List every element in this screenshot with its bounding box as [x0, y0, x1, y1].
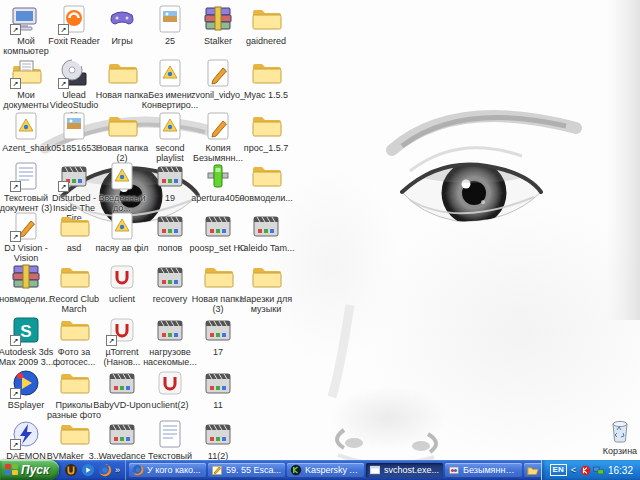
kaspersky-tray-icon[interactable] [580, 465, 591, 476]
divx-file-icon [10, 110, 42, 142]
folder-icon [202, 261, 234, 293]
winrar-icon [202, 3, 234, 35]
task-button[interactable]: Безымянны... [445, 463, 522, 478]
clapper-icon [202, 314, 234, 346]
clapper-icon [154, 261, 186, 293]
desktop-icon[interactable]: 11(2) [194, 418, 242, 461]
desktop-icon[interactable]: Новая папка [98, 57, 146, 100]
desktop-icon[interactable]: 19 [146, 160, 194, 203]
bsplayer-icon: ↗ [10, 367, 42, 399]
desktop-icon[interactable]: Игры [98, 3, 146, 46]
folder-icon [58, 367, 90, 399]
tray-collapse-chevron[interactable]: < [571, 466, 576, 475]
desktop-icon[interactable]: Введенный до... [98, 160, 146, 213]
desktop-icon[interactable]: Azent_shan [2, 110, 50, 153]
desktop-icon[interactable]: Без имениКонвертиро... [146, 57, 194, 110]
desktop-icon[interactable]: 17 [194, 314, 242, 357]
folder-icon [58, 314, 90, 346]
desktop-icon[interactable]: uclient [98, 261, 146, 304]
folder-icon [250, 160, 282, 192]
desktop-icon[interactable]: Kaleido Tam... [242, 210, 290, 253]
desktop-icon[interactable]: gaidnered [242, 3, 290, 46]
task-button[interactable]: svchost.exe... [366, 463, 443, 478]
window-icon [369, 464, 381, 476]
foxit-icon: ↗ [58, 3, 90, 35]
desktop-icon[interactable]: ↗Foxit Reader [50, 3, 98, 46]
desktop-icon[interactable]: Новая папка(2) [98, 110, 146, 163]
windows-flag-icon [5, 464, 18, 476]
desktop-icon[interactable]: recovery [146, 261, 194, 304]
tray-clock: 16:32 [608, 465, 633, 476]
desktop-icon[interactable]: ↗Мойкомпьютер [2, 3, 50, 56]
desktop-icon[interactable]: Корзина [596, 413, 640, 456]
folder-icon [250, 261, 282, 293]
clapper-icon [106, 418, 138, 450]
task-button[interactable]: У кого како... [129, 463, 206, 478]
clapper-icon: ↗ [58, 160, 90, 192]
desktop-icon[interactable]: Stalker [194, 3, 242, 46]
desktop-icon-label: прос_1.5.7 [237, 143, 295, 153]
task-button-label: У кого како... [147, 465, 201, 475]
desktop-icon-label: Myac 1.5.5 [237, 90, 295, 100]
desktop-icon[interactable]: asd [50, 210, 98, 253]
firefox-icon [132, 464, 144, 476]
task-button-label: svchost.exe... [384, 465, 439, 475]
desktop-icon[interactable]: 11 [194, 367, 242, 410]
desktop-icon[interactable]: zvonil_vidyo_ [194, 57, 242, 100]
desktop-icon[interactable]: poosp_set HD [194, 210, 242, 253]
desktop-icon[interactable]: пасяу ав філ [98, 210, 146, 253]
quicklaunch-media-player-icon[interactable] [81, 463, 95, 477]
folder-icon [106, 110, 138, 142]
clapper-icon [202, 367, 234, 399]
desktop-icon[interactable]: нагрузовенасекомые... [146, 314, 194, 367]
pencil-file-icon [202, 110, 234, 142]
desktop-icon[interactable]: ↗Моидокументы [2, 57, 50, 110]
desktop-icon[interactable]: ↗Текстовыйдокумент (3) [2, 160, 50, 213]
desktop-icon[interactable]: новмодели... [242, 160, 290, 203]
shortcut-arrow-icon: ↗ [58, 24, 69, 35]
desktop-icon[interactable]: ↗BSplayer [2, 367, 50, 410]
task-button[interactable]: Kaspersky A... [287, 463, 364, 478]
desktop-icon[interactable]: BVMaker_3... [50, 418, 98, 461]
task-button[interactable]: Нарезки дл... [524, 463, 541, 478]
quick-launch-overflow-chevron[interactable]: » [115, 466, 120, 475]
folder-icon [250, 3, 282, 35]
desktop-icon[interactable]: apertura4050 [194, 160, 242, 203]
desktop-icon[interactable]: BabyVD-Upon [98, 367, 146, 410]
desktop-icon[interactable]: прос_1.5.7 [242, 110, 290, 153]
start-button[interactable]: Пуск [0, 460, 59, 480]
quicklaunch-utorrent-icon[interactable] [64, 463, 78, 477]
desktop-icon[interactable]: Приколыразные фото [50, 367, 98, 420]
desktop-icon[interactable]: second playlist [146, 110, 194, 163]
folder-icon [106, 57, 138, 89]
desktop-icon[interactable]: ↗µTorrent(Нанов... [98, 314, 146, 367]
desktop-icon[interactable]: k0518516532 [50, 110, 98, 153]
desktop-icon[interactable]: Фото зафотосес... [50, 314, 98, 367]
desktop-icon[interactable]: Новая папка(3) [194, 261, 242, 314]
task-button-label: 59. 55 Esca... [226, 465, 281, 475]
desktop-icon-label: Kaleido Tam... [237, 243, 295, 253]
language-indicator[interactable]: EN [550, 464, 567, 476]
my-computer-icon: ↗ [10, 3, 42, 35]
task-button[interactable]: 59. 55 Esca... [208, 463, 285, 478]
kaspersky-icon [290, 464, 302, 476]
task-button-label: Безымянны... [463, 465, 519, 475]
desktop-icon[interactable]: ↗DJ Vision -Vision [2, 210, 50, 263]
desktop-icon[interactable]: Нарезки длямузыки [242, 261, 290, 314]
task-button-area: У кого како...59. 55 Esca...Kaspersky A.… [126, 460, 541, 480]
text-file-icon: ↗ [10, 160, 42, 192]
network-tray-icon[interactable] [593, 465, 604, 476]
shortcut-arrow-icon: ↗ [10, 78, 21, 89]
desktop-icon[interactable]: попов [146, 210, 194, 253]
quicklaunch-firefox-icon[interactable] [98, 463, 112, 477]
desktop-icon[interactable]: новмодели... [2, 261, 50, 304]
pencil-file-icon [202, 57, 234, 89]
desktop-icon[interactable]: S↗Autodesk 3dsMax 2009 3... [2, 314, 50, 367]
desktop-icon[interactable]: Myac 1.5.5 [242, 57, 290, 100]
desktop-icon[interactable]: 25 [146, 3, 194, 46]
desktop-icon[interactable]: Wavedance [98, 418, 146, 461]
folder-icon [250, 110, 282, 142]
desktop-icon[interactable]: КопияБезымянн... [194, 110, 242, 163]
desktop-icon[interactable]: uclient(2) [146, 367, 194, 410]
desktop-icon[interactable]: Record ClubMarch [50, 261, 98, 314]
